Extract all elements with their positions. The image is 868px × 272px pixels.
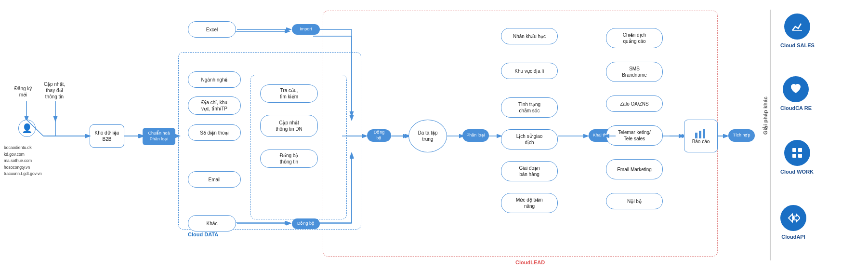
- khac-box: Khác: [188, 215, 236, 231]
- tinh-trang-box: Tình trạngchăm sóc: [501, 97, 558, 118]
- website-1: bocaodientu.dk: [4, 145, 42, 151]
- website-2: kd.gov.com: [4, 151, 42, 158]
- khu-vuc-dia-li-box: Khu vực địa lí: [501, 63, 558, 79]
- website-4: hosocongty.vn: [4, 164, 42, 171]
- svg-rect-22: [792, 148, 796, 152]
- dong-bo-thong-tin-box: Đồng bộthông tin: [260, 150, 318, 168]
- websites-list: bocaodientu.dk kd.gov.com ma.sothue.com …: [4, 145, 42, 177]
- kho-du-lieu-box: Kho dữ liệu B2B: [90, 124, 124, 148]
- svg-point-26: [792, 217, 795, 219]
- register-label: Đăng ký mới: [9, 82, 38, 101]
- bao-cao-box: Báo cáo: [684, 120, 718, 152]
- dia-chi-box: Địa chỉ, khuvực, tỉnh/TP: [188, 96, 241, 115]
- tich-hop-pill: Tích hợp: [728, 129, 755, 142]
- person-icon: 👤: [18, 120, 36, 137]
- svg-rect-24: [792, 154, 796, 158]
- tra-cuu-box: Tra cứu,tìm kiếm: [260, 84, 318, 103]
- chuan-hoa-pill: Chuẩn hoáPhân loại: [143, 128, 175, 145]
- website-3: ma.sothue.com: [4, 158, 42, 164]
- diagram-container: Đăng ký mới Cập nhật, thay đổi thông tin…: [0, 0, 868, 272]
- import-pill: Import: [292, 24, 320, 35]
- telemarketing-box: Telemar keting/Tele sales: [606, 125, 663, 146]
- giai-doan-box: Giai đoạnbán hàng: [501, 161, 558, 181]
- cloud-sales-item: Cloud SALES: [780, 14, 815, 48]
- excel-box: Excel: [188, 21, 236, 38]
- noi-bo-box: Nội bộ: [606, 193, 663, 209]
- dong-bo-bottom-pill: Đồng bộ: [292, 218, 320, 229]
- cloud-work-item: Cloud WORK: [780, 140, 814, 175]
- muc-do-box: Mức độ tiềmnăng: [501, 193, 558, 213]
- svg-rect-18: [695, 133, 697, 138]
- email-field-box: Email: [188, 171, 241, 188]
- email-marketing-box: Email Marketing: [606, 159, 663, 179]
- vertical-divider: [770, 10, 771, 260]
- cap-nhat-dn-box: Cập nhậtthông tin DN: [260, 115, 318, 137]
- svg-rect-23: [798, 148, 802, 152]
- so-dien-thoai-box: Số điện thoại: [188, 124, 241, 141]
- cloud-data-label: Cloud DATA: [188, 231, 218, 237]
- svg-rect-25: [798, 154, 802, 158]
- cloud-care-item: CloudCA RE: [780, 76, 812, 111]
- svg-rect-20: [703, 129, 705, 138]
- zalo-box: Zalo OA/ZNS: [606, 95, 663, 112]
- lich-su-box: Lịch sử giaodịch: [501, 129, 558, 150]
- chien-dich-box: Chiến dịchquảng cáo: [606, 28, 663, 48]
- svg-rect-19: [699, 131, 701, 138]
- nganh-nghe-box: Ngành nghề: [188, 71, 241, 88]
- website-5: tracuunn.t.gdt.gov.vn: [4, 171, 42, 177]
- cloud-api-item: CloudAPI: [780, 205, 806, 240]
- cloud-lead-label: CloudLEAD: [515, 259, 545, 265]
- update-label: Cập nhật, thay đổi thông tin: [38, 80, 71, 101]
- sms-box: SMSBrandname: [606, 62, 663, 82]
- nhan-khau-hoc-box: Nhân khẩu học: [501, 28, 558, 44]
- giai-phap-khac-label: Giải pháp khác: [762, 96, 768, 135]
